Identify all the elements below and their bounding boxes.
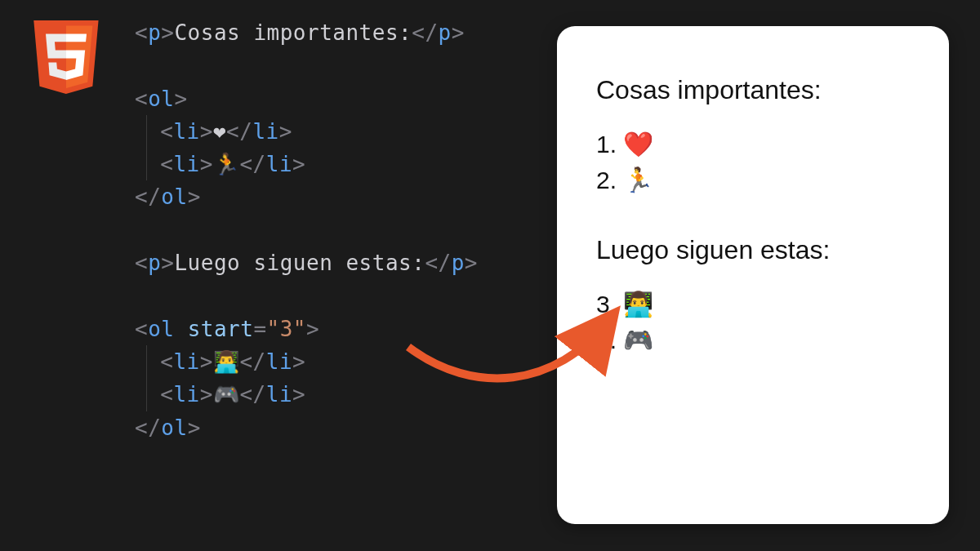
- punct: >: [306, 317, 319, 341]
- punct: >: [200, 382, 213, 407]
- punct: >: [200, 152, 213, 176]
- punct: <: [135, 87, 148, 111]
- code-line: <li>❤</li>: [135, 115, 527, 148]
- punct: <: [135, 317, 148, 341]
- punct: </: [239, 152, 265, 176]
- punct: <: [160, 152, 173, 176]
- punct: =: [253, 317, 266, 341]
- punct: <: [160, 349, 173, 374]
- preview-heading-2: Luego siguen estas:: [596, 235, 910, 265]
- tag-name: li: [266, 152, 292, 176]
- punct: >: [161, 251, 174, 275]
- punct: >: [292, 152, 305, 176]
- punct: >: [452, 20, 465, 45]
- tag-name: p: [452, 251, 465, 275]
- list-item: ❤️: [596, 127, 910, 162]
- tag-name: p: [148, 251, 161, 275]
- tag-name: li: [266, 349, 292, 374]
- blank-line: [135, 279, 527, 312]
- space: [174, 317, 187, 341]
- text-content: Cosas importantes:: [174, 20, 412, 45]
- preview-list-1: ❤️ 🏃: [596, 127, 910, 198]
- tag-name: ol: [148, 87, 174, 111]
- attr-value: "3": [267, 317, 306, 341]
- tag-name: p: [439, 20, 452, 45]
- punct: <: [160, 119, 173, 144]
- text-content: 🎮: [213, 382, 240, 407]
- punct: >: [161, 20, 174, 45]
- punct: >: [200, 119, 213, 144]
- punct: >: [279, 119, 292, 144]
- code-line: <ol>: [135, 82, 527, 115]
- code-block: <p>Cosas importantes:</p> <ol> <li>❤</li…: [135, 16, 527, 444]
- code-line: <ol start="3">: [135, 313, 527, 345]
- tag-name: ol: [161, 415, 187, 440]
- punct: </: [239, 382, 265, 407]
- tag-name: ol: [161, 184, 187, 209]
- punct: >: [465, 251, 478, 275]
- text-content: 👨‍💻: [213, 349, 240, 374]
- code-line: <p>Cosas importantes:</p>: [135, 16, 527, 49]
- code-line: <p>Luego siguen estas:</p>: [135, 247, 527, 279]
- punct: <: [135, 251, 148, 275]
- preview-heading-1: Cosas importantes:: [596, 75, 910, 105]
- tag-name: p: [148, 20, 161, 45]
- punct: >: [292, 349, 305, 374]
- text-content: Luego siguen estas:: [174, 251, 425, 275]
- punct: </: [226, 119, 252, 144]
- punct: >: [174, 87, 187, 111]
- tag-name: li: [173, 119, 199, 144]
- blank-line: [135, 49, 527, 82]
- render-preview: Cosas importantes: ❤️ 🏃 Luego siguen est…: [557, 26, 949, 524]
- list-item: 🎮: [596, 322, 910, 358]
- tag-name: li: [173, 382, 199, 407]
- code-line: </ol>: [135, 411, 527, 444]
- code-line: <li>🏃</li>: [135, 148, 527, 180]
- code-line: </ol>: [135, 180, 527, 213]
- code-line: <li>👨‍💻</li>: [135, 345, 527, 378]
- html5-logo-icon: [29, 16, 103, 98]
- punct: </: [135, 184, 161, 209]
- punct: </: [135, 415, 161, 440]
- list-item: 🏃: [596, 162, 910, 198]
- tag-name: ol: [148, 317, 174, 341]
- punct: >: [292, 382, 305, 407]
- tag-name: li: [173, 152, 199, 176]
- punct: </: [239, 349, 265, 374]
- punct: <: [160, 382, 173, 407]
- blank-line: [135, 214, 527, 247]
- punct: <: [135, 20, 148, 45]
- punct: >: [188, 415, 201, 440]
- punct: >: [188, 184, 201, 209]
- list-item: 👨‍💻: [596, 287, 910, 322]
- punct: </: [425, 251, 451, 275]
- tag-name: li: [266, 382, 292, 407]
- punct: </: [412, 20, 438, 45]
- tag-name: li: [252, 119, 278, 144]
- text-content: 🏃: [213, 152, 240, 176]
- preview-list-2: 👨‍💻 🎮: [596, 287, 910, 358]
- punct: >: [200, 349, 213, 374]
- code-line: <li>🎮</li>: [135, 378, 527, 411]
- text-content: ❤: [213, 119, 226, 144]
- tag-name: li: [173, 349, 199, 374]
- attr-name: start: [188, 317, 254, 341]
